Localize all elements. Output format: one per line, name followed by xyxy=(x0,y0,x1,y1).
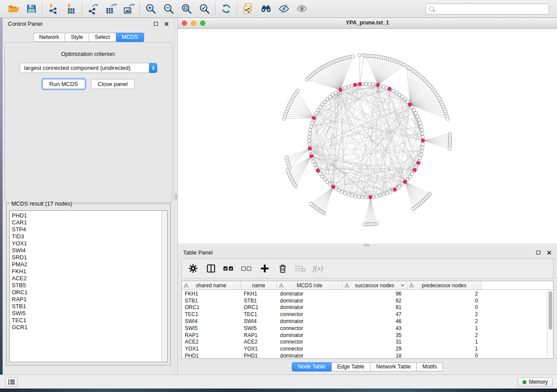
network-canvas[interactable] xyxy=(178,29,557,244)
search-box[interactable] xyxy=(426,3,549,14)
scrollbar-thumb[interactable] xyxy=(549,291,552,330)
table-cell: dominator xyxy=(277,332,343,338)
mcds-result-item[interactable]: SWI5 xyxy=(12,310,162,317)
task-history-button[interactable] xyxy=(5,377,17,387)
float-panel-icon[interactable] xyxy=(154,22,158,26)
tab-select[interactable]: Select xyxy=(89,33,116,42)
float-panel-icon[interactable] xyxy=(536,251,540,254)
function-builder-icon[interactable]: f(x) xyxy=(313,264,323,273)
table-cell: SWI5 xyxy=(182,325,241,331)
zoom-selected-icon[interactable] xyxy=(198,3,210,15)
table-cell: 0 xyxy=(407,304,481,310)
save-session-icon[interactable] xyxy=(25,3,37,15)
table-row[interactable]: RAP1RAP1dominator352 xyxy=(182,332,547,339)
mcds-list-scrollbar[interactable] xyxy=(162,211,167,362)
mcds-result-item[interactable]: RAP1 xyxy=(12,296,162,303)
run-mcds-button[interactable]: Run MCDS xyxy=(42,79,85,89)
mcds-result-item[interactable]: TID3 xyxy=(12,233,162,240)
select-all-columns-icon[interactable] xyxy=(223,263,234,274)
zoom-out-icon[interactable] xyxy=(163,3,174,15)
mcds-result-item[interactable]: YOX1 xyxy=(12,240,162,247)
import-network-icon[interactable] xyxy=(47,3,59,15)
table-cell: 35 xyxy=(343,332,407,338)
close-panel-icon[interactable]: ✕ xyxy=(547,251,552,255)
table-cell: dominator xyxy=(277,298,343,304)
export-table-icon[interactable] xyxy=(105,3,117,15)
mcds-result-item[interactable]: SRD1 xyxy=(12,254,162,261)
tab-edge-table[interactable]: Edge Table xyxy=(332,362,370,371)
table-row[interactable]: ACE2ACE2connector311 xyxy=(182,339,547,346)
column-header-successor-nodes[interactable]: successor nodes xyxy=(343,281,407,289)
deselect-all-columns-icon[interactable] xyxy=(241,263,252,274)
table-row[interactable]: ORC1ORC1dominator610 xyxy=(182,304,547,311)
list-icon xyxy=(8,379,15,385)
hide-graphics-icon[interactable] xyxy=(278,3,290,15)
column-type-icon xyxy=(409,283,414,288)
mcds-result-item[interactable]: GCR1 xyxy=(12,324,162,331)
table-cell: dominator xyxy=(277,318,343,324)
table-row[interactable]: PHD1PHD1dominator180 xyxy=(182,352,547,358)
mcds-result-item[interactable]: FKH1 xyxy=(12,268,162,275)
settings-gear-icon[interactable] xyxy=(187,263,198,274)
delete-column-icon[interactable] xyxy=(277,263,288,274)
mcds-result-item[interactable]: STP4 xyxy=(12,226,162,233)
column-header-predecessor-nodes[interactable]: predecessor nodes xyxy=(407,281,481,289)
table-cell: connector xyxy=(277,346,343,352)
table-row[interactable]: TEC1TEC1connector472 xyxy=(182,311,547,318)
table-cell: 47 xyxy=(343,311,407,317)
column-header-shared-name[interactable]: shared name xyxy=(182,281,241,289)
mcds-result-item[interactable]: STB5 xyxy=(12,282,162,289)
optimization-criterion-select[interactable]: largest connected component (undirected) xyxy=(20,63,157,73)
table-row[interactable]: STB1STB1dominator620 xyxy=(182,297,547,304)
splitter-handle[interactable] xyxy=(175,194,177,199)
splitter-handle[interactable] xyxy=(364,244,369,246)
mcds-result-item[interactable]: SWI4 xyxy=(12,247,162,254)
export-network-icon[interactable] xyxy=(87,3,99,15)
show-graphics-icon[interactable] xyxy=(296,3,308,15)
delete-table-icon[interactable] xyxy=(295,263,306,274)
table-scrollbar[interactable] xyxy=(547,290,553,358)
tab-network-table[interactable]: Network Table xyxy=(370,362,417,371)
add-column-icon[interactable] xyxy=(259,263,270,274)
close-panel-icon[interactable]: ✕ xyxy=(164,22,169,26)
zoom-fit-icon[interactable] xyxy=(180,3,192,15)
network-window-titlebar[interactable]: YPA_prune.txt_1 xyxy=(178,18,557,29)
vertical-splitter[interactable] xyxy=(174,18,178,375)
table-row[interactable]: YOX1YOX1connector291 xyxy=(182,345,547,352)
import-table-icon[interactable] xyxy=(65,3,77,15)
mcds-result-item[interactable]: PMA2 xyxy=(12,261,162,268)
table-cell: PHD1 xyxy=(182,353,241,358)
column-layout-icon[interactable] xyxy=(205,263,216,274)
table-row[interactable]: SWI5SWI5connector431 xyxy=(182,325,547,332)
mcds-result-item[interactable]: ORC1 xyxy=(12,289,162,296)
column-header-name[interactable]: name xyxy=(241,281,277,289)
mcds-result-item[interactable]: TEC1 xyxy=(12,317,162,324)
zoom-in-icon[interactable] xyxy=(145,3,156,15)
table-cell: 1 xyxy=(407,346,481,352)
horizontal-splitter[interactable] xyxy=(178,244,557,247)
table-row[interactable]: FKH1FKH1dominator962 xyxy=(182,290,547,297)
tab-style[interactable]: Style xyxy=(65,33,89,42)
mcds-result-item[interactable]: ACE2 xyxy=(12,275,162,282)
find-icon[interactable] xyxy=(260,3,272,15)
table-panel-title: Table Panel xyxy=(183,249,536,256)
open-session-icon[interactable] xyxy=(7,3,19,15)
close-panel-button[interactable]: Close panel xyxy=(91,79,135,89)
memory-button[interactable]: Memory xyxy=(518,377,553,387)
mcds-result-list[interactable]: PHD1CAR1STP4TID3YOX1SWI4SRD1PMA2FKH1ACE2… xyxy=(9,210,168,362)
tab-network[interactable]: Network xyxy=(33,33,65,42)
apply-layout-icon[interactable] xyxy=(220,3,232,15)
mcds-result-item[interactable]: STB1 xyxy=(12,303,162,310)
column-header-MCDS-role[interactable]: MCDS role xyxy=(277,281,343,289)
new-network-from-selection-icon[interactable] xyxy=(242,3,254,15)
search-icon xyxy=(429,7,434,11)
table-row[interactable]: SWI4SWI4dominator462 xyxy=(182,318,547,325)
tab-node-table[interactable]: Node Table xyxy=(292,362,332,371)
mcds-result-item[interactable]: PHD1 xyxy=(12,212,162,219)
sort-indicator-icon xyxy=(401,284,405,287)
mcds-result-item[interactable]: CAR1 xyxy=(12,219,162,226)
export-image-icon[interactable] xyxy=(123,3,135,15)
tab-mcds[interactable]: MCDS xyxy=(116,33,144,42)
search-input[interactable] xyxy=(436,6,546,12)
tab-motifs[interactable]: Motifs xyxy=(417,362,443,371)
